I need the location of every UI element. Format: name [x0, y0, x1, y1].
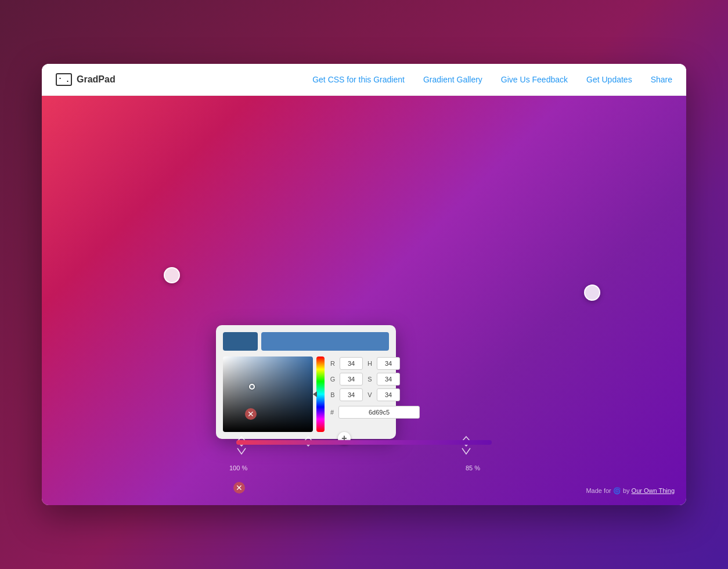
- label-s: S: [365, 376, 374, 383]
- input-r[interactable]: [340, 357, 363, 370]
- label-b: B: [328, 391, 337, 398]
- stop-percent-4: 85 %: [466, 464, 480, 471]
- label-h: H: [365, 360, 374, 367]
- remove-stop-bottom[interactable]: ✕: [233, 482, 245, 494]
- hue-slider[interactable]: [316, 356, 325, 432]
- label-g: G: [328, 376, 337, 383]
- stop-percent-1: 100 %: [229, 464, 247, 471]
- stop-marker-bottom-4[interactable]: [461, 446, 471, 459]
- nav-bar: GradPad Get CSS for this Gradient Gradie…: [42, 64, 686, 96]
- hue-column: [316, 356, 325, 432]
- nav-link-gallery[interactable]: Gradient Gallery: [423, 75, 482, 84]
- footer-link[interactable]: Our Own Thing: [632, 487, 675, 494]
- gradient-canvas[interactable]: R H G S B V #: [42, 96, 686, 505]
- gradient-stop-bar[interactable]: [236, 440, 492, 445]
- footer: Made for 🌀 by Our Own Thing: [586, 487, 675, 495]
- gradient-controls: ✕ +: [225, 440, 503, 476]
- input-h[interactable]: [377, 357, 400, 370]
- picker-inputs: R H G S B V #: [328, 356, 420, 432]
- hex-input[interactable]: [338, 406, 420, 419]
- label-r: R: [328, 360, 337, 367]
- nav-link-feedback[interactable]: Give Us Feedback: [501, 75, 568, 84]
- nav-logo: GradPad: [56, 73, 116, 86]
- label-v: V: [365, 391, 374, 398]
- logo-text: GradPad: [77, 74, 116, 85]
- nav-link-share[interactable]: Share: [651, 75, 672, 84]
- stop-marker-bottom-1[interactable]: [236, 446, 247, 459]
- hue-arrow: [313, 391, 317, 397]
- swatch-light[interactable]: [261, 332, 389, 351]
- hex-row: #: [328, 406, 420, 419]
- saturation-box[interactable]: [223, 356, 313, 432]
- stop-icon-bottom-1: [236, 446, 247, 459]
- label-hex: #: [328, 409, 336, 416]
- picker-body: R H G S B V #: [223, 356, 389, 432]
- footer-emoji: 🌀: [613, 487, 621, 495]
- rgb-hsv-grid: R H G S B V: [328, 356, 420, 402]
- swatch-dark[interactable]: [223, 332, 258, 351]
- nav-link-css[interactable]: Get CSS for this Gradient: [312, 75, 405, 84]
- nav-links: Get CSS for this Gradient Gradient Galle…: [312, 75, 672, 84]
- footer-made-for: Made for: [586, 487, 611, 494]
- logo-icon: [56, 73, 72, 86]
- color-handle-right[interactable]: [584, 284, 600, 301]
- app-window: GradPad Get CSS for this Gradient Gradie…: [42, 64, 686, 505]
- picker-swatches: [223, 332, 389, 351]
- input-s[interactable]: [377, 373, 400, 386]
- footer-by: by: [623, 487, 630, 494]
- color-handle-left[interactable]: [164, 267, 180, 283]
- color-picker-popup: R H G S B V #: [216, 325, 396, 439]
- saturation-cursor: [249, 384, 255, 390]
- nav-link-updates[interactable]: Get Updates: [586, 75, 632, 84]
- stop-icon-bottom-4: [461, 446, 471, 459]
- input-b[interactable]: [340, 388, 363, 401]
- input-g[interactable]: [340, 373, 363, 386]
- remove-stop-top[interactable]: ✕: [245, 408, 257, 420]
- input-v[interactable]: [377, 388, 400, 401]
